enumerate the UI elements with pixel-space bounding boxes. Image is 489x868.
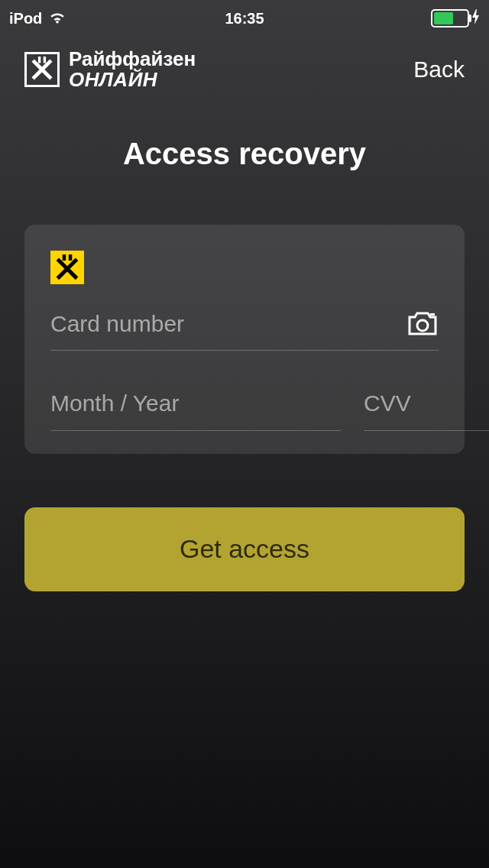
brand-logo: Райффайзен ОНЛАЙН [24, 49, 196, 91]
back-button[interactable]: Back [413, 57, 465, 83]
status-time: 16:35 [225, 10, 264, 28]
battery-fill [434, 12, 453, 24]
device-label: iPod [9, 10, 42, 28]
card-panel [24, 225, 465, 454]
brand-line1: Райффайзен [69, 49, 196, 70]
card-number-row [50, 310, 439, 351]
charging-icon [472, 9, 480, 28]
card-number-input[interactable] [50, 311, 394, 337]
brand-line2: ОНЛАЙН [69, 70, 196, 90]
svg-rect-1 [430, 313, 435, 316]
expiry-col [50, 389, 341, 431]
brand-text: Райффайзен ОНЛАЙН [69, 49, 196, 91]
cvv-col [364, 389, 489, 431]
card-details-row [50, 389, 439, 431]
svg-point-0 [417, 320, 428, 331]
cvv-input[interactable] [364, 390, 489, 416]
status-bar: iPod 16:35 [0, 0, 489, 31]
page-title: Access recovery [0, 137, 489, 171]
camera-icon[interactable] [406, 310, 439, 338]
raiffeisen-logo-icon [24, 52, 60, 87]
get-access-button[interactable]: Get access [24, 507, 465, 591]
header: Райффайзен ОНЛАЙН Back [0, 31, 489, 91]
wifi-icon [48, 10, 66, 28]
status-right [431, 9, 480, 28]
status-left: iPod [9, 10, 66, 28]
battery-icon [431, 9, 469, 28]
raiffeisen-small-icon [50, 251, 84, 284]
expiry-input[interactable] [50, 390, 341, 416]
